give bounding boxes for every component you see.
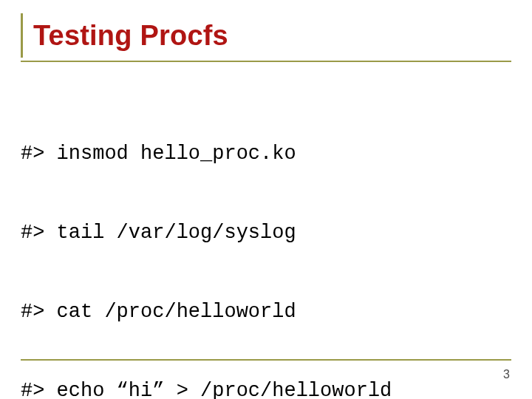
slide-title: Testing Procfs [33, 20, 228, 52]
title-underline [21, 61, 511, 62]
code-line: #> insmod hello_proc.ko [21, 141, 511, 168]
page-number: 3 [503, 368, 510, 381]
code-block: #> insmod hello_proc.ko #> tail /var/log… [21, 89, 511, 399]
slide: Testing Procfs #> insmod hello_proc.ko #… [0, 0, 532, 399]
footer-rule [21, 359, 511, 361]
title-container: Testing Procfs [21, 13, 511, 58]
code-line: #> cat /proc/helloworld [21, 299, 511, 326]
code-line: #> echo “hi” > /proc/helloworld [21, 378, 511, 399]
code-line: #> tail /var/log/syslog [21, 220, 511, 247]
